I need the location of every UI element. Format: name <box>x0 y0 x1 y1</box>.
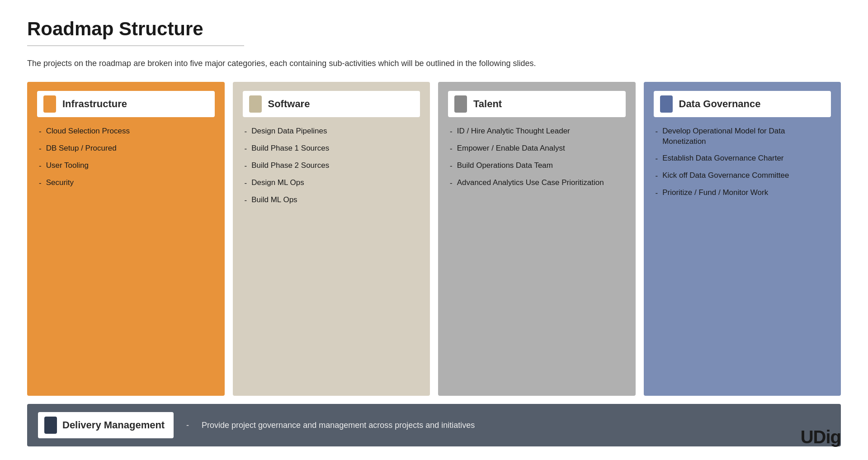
list-item-dash: - <box>450 178 453 189</box>
list-item: -Build Phase 1 Sources <box>245 143 419 154</box>
governance-header: Data Governance <box>654 91 831 117</box>
delivery-header: Delivery Management <box>38 412 174 438</box>
talent-items: -ID / Hire Analytic Thought Leader-Empow… <box>448 126 626 189</box>
list-item-text: Establish Data Governance Charter <box>662 153 783 164</box>
list-item: -Cloud Selection Process <box>39 126 213 137</box>
card-talent: Talent-ID / Hire Analytic Thought Leader… <box>438 82 636 396</box>
list-item-text: Advanced Analytics Use Case Prioritizati… <box>457 178 604 188</box>
governance-icon <box>660 95 673 113</box>
infrastructure-icon <box>43 95 56 113</box>
list-item-text: Security <box>46 178 74 188</box>
list-item-text: Cloud Selection Process <box>46 126 130 137</box>
delivery-dash: - <box>186 421 189 430</box>
main-cards: Infrastructure-Cloud Selection Process-D… <box>27 82 841 396</box>
list-item: -Design ML Ops <box>245 178 419 189</box>
title-divider <box>27 45 244 46</box>
list-item-dash: - <box>656 188 658 199</box>
list-item-text: ID / Hire Analytic Thought Leader <box>457 126 570 137</box>
talent-header: Talent <box>448 91 626 117</box>
list-item: -Build Operations Data Team <box>450 161 624 171</box>
list-item: -Security <box>39 178 213 189</box>
list-item: -Build ML Ops <box>245 195 419 206</box>
list-item-dash: - <box>39 127 42 137</box>
delivery-title: Delivery Management <box>62 419 165 431</box>
subtitle: The projects on the roadmap are broken i… <box>27 59 841 68</box>
list-item-dash: - <box>656 171 658 181</box>
list-item-text: Build Operations Data Team <box>457 161 553 171</box>
list-item-dash: - <box>39 144 42 154</box>
list-item-text: Prioritize / Fund / Monitor Work <box>662 188 768 198</box>
list-item: -ID / Hire Analytic Thought Leader <box>450 126 624 137</box>
software-items: -Design Data Pipelines-Build Phase 1 Sou… <box>243 126 420 206</box>
card-governance: Data Governance-Develop Operational Mode… <box>644 82 841 396</box>
list-item: -User Tooling <box>39 161 213 171</box>
list-item-text: Empower / Enable Data Analyst <box>457 143 565 154</box>
list-item-dash: - <box>450 127 453 137</box>
list-item-dash: - <box>656 154 658 164</box>
logo: UDig <box>801 427 841 447</box>
list-item-dash: - <box>450 144 453 154</box>
list-item: -Kick off Data Governance Committee <box>656 171 830 181</box>
list-item-text: Design ML Ops <box>251 178 304 188</box>
infrastructure-header: Infrastructure <box>37 91 215 117</box>
governance-title: Data Governance <box>679 98 761 110</box>
list-item-text: Design Data Pipelines <box>251 126 327 137</box>
delivery-icon <box>44 417 57 434</box>
list-item: -Empower / Enable Data Analyst <box>450 143 624 154</box>
list-item-text: User Tooling <box>46 161 89 171</box>
list-item-text: Build Phase 2 Sources <box>251 161 329 171</box>
list-item-dash: - <box>39 161 42 171</box>
bottom-bar: Delivery Management - Provide project go… <box>27 404 841 446</box>
list-item-dash: - <box>245 178 247 189</box>
list-item-text: Build Phase 1 Sources <box>251 143 329 154</box>
list-item: -Advanced Analytics Use Case Prioritizat… <box>450 178 624 189</box>
infrastructure-items: -Cloud Selection Process-DB Setup / Proc… <box>37 126 215 189</box>
talent-title: Talent <box>473 98 502 110</box>
list-item-dash: - <box>245 161 247 171</box>
list-item: -DB Setup / Procured <box>39 143 213 154</box>
page: Roadmap Structure The projects on the ro… <box>0 0 868 460</box>
page-title: Roadmap Structure <box>27 18 841 40</box>
list-item: -Design Data Pipelines <box>245 126 419 137</box>
software-title: Software <box>268 98 310 110</box>
list-item: -Prioritize / Fund / Monitor Work <box>656 188 830 199</box>
list-item-dash: - <box>656 127 658 137</box>
list-item-text: Build ML Ops <box>251 195 297 205</box>
list-item-text: DB Setup / Procured <box>46 143 117 154</box>
talent-icon <box>454 95 467 113</box>
list-item-text: Develop Operational Model for Data Monet… <box>662 126 829 147</box>
infrastructure-title: Infrastructure <box>62 98 127 110</box>
list-item-dash: - <box>245 144 247 154</box>
software-icon <box>249 95 262 113</box>
software-header: Software <box>243 91 420 117</box>
card-infrastructure: Infrastructure-Cloud Selection Process-D… <box>27 82 225 396</box>
list-item-dash: - <box>450 161 453 171</box>
list-item-dash: - <box>245 127 247 137</box>
delivery-text: Provide project governance and managemen… <box>202 421 475 430</box>
list-item-text: Kick off Data Governance Committee <box>662 171 789 181</box>
card-software: Software-Design Data Pipelines-Build Pha… <box>233 82 430 396</box>
list-item: -Build Phase 2 Sources <box>245 161 419 171</box>
governance-items: -Develop Operational Model for Data Mone… <box>654 126 831 199</box>
list-item-dash: - <box>245 195 247 206</box>
list-item: -Establish Data Governance Charter <box>656 153 830 164</box>
list-item-dash: - <box>39 178 42 189</box>
list-item: -Develop Operational Model for Data Mone… <box>656 126 830 147</box>
